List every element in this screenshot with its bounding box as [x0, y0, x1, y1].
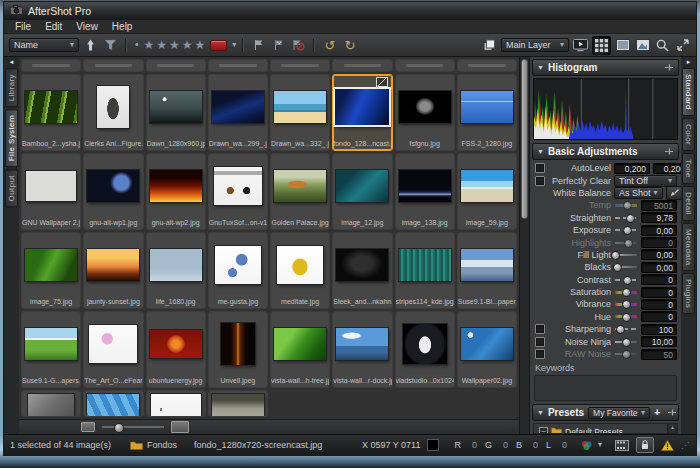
thumbnail-cell[interactable]: [83, 59, 143, 72]
tool-tab-metadata[interactable]: Metadata: [682, 223, 695, 272]
tool-tab-color[interactable]: Color: [682, 118, 695, 151]
thumbnail-image[interactable]: [403, 324, 447, 364]
thumbnail-cell[interactable]: Clerks Ani...Figure.jpg: [83, 74, 143, 151]
thumbnail-cell[interactable]: me-gusta.jpg: [208, 232, 268, 309]
rating-star-icon[interactable]: ★: [169, 39, 182, 51]
thumbnail-image[interactable]: [461, 249, 513, 281]
slider-knob[interactable]: [622, 288, 631, 297]
vibrance-value[interactable]: 0: [641, 299, 677, 310]
hue-value[interactable]: 0: [641, 311, 677, 322]
thumbnail-image[interactable]: [336, 328, 388, 360]
thumbnail-cell[interactable]: ubuntuenergy.jpg: [146, 311, 206, 388]
collapse-caret-icon[interactable]: ▼: [537, 409, 544, 416]
thumbnail-image[interactable]: [212, 394, 264, 417]
perfectly-clear-checkbox[interactable]: [535, 176, 545, 186]
add-preset-button[interactable]: +: [654, 407, 660, 418]
thumbnail-image[interactable]: [89, 325, 137, 363]
tool-tab-standard[interactable]: Standard: [682, 68, 695, 116]
rating-star-icon[interactable]: ★: [182, 39, 195, 51]
thumbnail-view-button[interactable]: [592, 36, 611, 55]
exposure-value[interactable]: 0,00: [641, 225, 677, 236]
thumbnail-cell[interactable]: [146, 59, 206, 72]
straighten-value[interactable]: 9,78: [641, 212, 677, 223]
menu-edit[interactable]: Edit: [38, 21, 69, 32]
lock-button[interactable]: [636, 437, 654, 453]
slider-knob[interactable]: [613, 263, 622, 272]
white-balance-dropdown[interactable]: As Shot▾: [614, 187, 663, 199]
sort-ascending-button[interactable]: [82, 37, 99, 54]
panel-tab-file-system[interactable]: File System: [5, 109, 18, 167]
proof-button[interactable]: [615, 440, 629, 451]
thumbnail-image[interactable]: [26, 171, 76, 201]
menu-view[interactable]: View: [69, 21, 105, 32]
sharpening-slider[interactable]: [614, 324, 638, 334]
pin-icon[interactable]: [664, 63, 674, 72]
fill-light-value[interactable]: 0,00: [641, 249, 677, 260]
slider-knob[interactable]: [622, 350, 631, 359]
thumbnail-image[interactable]: [87, 394, 139, 417]
thumbnail-image[interactable]: [25, 328, 77, 360]
thumbnail-cell[interactable]: vista-wall...h-tree.jpg: [270, 311, 330, 388]
thumbnail-image[interactable]: [221, 323, 255, 365]
thumbnail-image[interactable]: [461, 91, 513, 123]
tool-tab-detail[interactable]: Detail: [682, 186, 695, 221]
pin-icon[interactable]: [667, 408, 677, 417]
rating-star-icon[interactable]: ★: [156, 39, 169, 51]
thumbnail-cell[interactable]: fsfgnu.jpg: [395, 74, 455, 151]
thumbnail-cell[interactable]: jaunty-sunset.jpg: [83, 232, 143, 309]
thumbnail-cell[interactable]: image_12.jpg: [332, 153, 392, 230]
raw-noise-checkbox[interactable]: [535, 349, 545, 359]
sort-dropdown[interactable]: Name▾: [9, 38, 79, 52]
thumbnail-image[interactable]: [151, 394, 201, 417]
fullscreen-button[interactable]: [674, 37, 691, 54]
slider-knob[interactable]: [616, 325, 625, 334]
sharpening-value[interactable]: 100: [641, 324, 677, 335]
panel-tab-library[interactable]: Library: [5, 68, 18, 107]
slider-knob[interactable]: [626, 214, 635, 223]
tool-tab-plugins[interactable]: Plugins: [682, 273, 695, 314]
basic-adjustments-header[interactable]: ▼ Basic Adjustments: [532, 143, 679, 160]
rating-star-icon[interactable]: ★: [195, 39, 208, 51]
fill-light-slider[interactable]: [614, 250, 638, 260]
autolevel-value-1[interactable]: 0,200: [614, 163, 650, 174]
thumbnail-image[interactable]: [150, 249, 202, 281]
current-folder[interactable]: Fondos: [130, 440, 177, 450]
thumbnail-cell[interactable]: Bamboo_2...ysha.jpg: [21, 74, 81, 151]
preset-default-presets[interactable]: –Default Presets: [534, 426, 668, 434]
slider-knob[interactable]: [623, 276, 632, 285]
slider-knob[interactable]: [622, 338, 631, 347]
thumbnail-image[interactable]: [150, 91, 202, 123]
thumbnail-cell[interactable]: Unveil.jpeg: [208, 311, 268, 388]
thumbnail-cell[interactable]: [270, 59, 330, 72]
thumbnail-image[interactable]: [274, 170, 326, 202]
rotate-left-button[interactable]: ↺: [321, 37, 338, 54]
perfectly-clear-dropdown[interactable]: Tint Off▾: [614, 175, 677, 187]
slider-knob[interactable]: [623, 201, 632, 210]
resize-grip[interactable]: ⋰: [681, 441, 690, 450]
thumbnail-cell[interactable]: stripes114_kde.jpg: [395, 232, 455, 309]
thumbnail-image[interactable]: [274, 328, 326, 360]
presets-scrollbar[interactable]: ▲▼: [667, 424, 677, 433]
thumbnail-cell[interactable]: meditate.jpg: [270, 232, 330, 309]
slider-knob[interactable]: [622, 300, 631, 309]
collapse-arrow-icon[interactable]: ◂: [10, 58, 14, 66]
thumbnail-cell[interactable]: [395, 59, 455, 72]
thumbnail-image[interactable]: [461, 328, 513, 360]
thumbnail-image[interactable]: [336, 170, 388, 202]
rating-star-icon[interactable]: ★: [144, 39, 157, 51]
single-view-button[interactable]: [614, 37, 631, 54]
color-label-button[interactable]: ▾: [210, 37, 236, 54]
thumbnail-image[interactable]: [25, 91, 77, 123]
thumbnail-cell[interactable]: gnu-alt-wp2.jpg: [146, 153, 206, 230]
thumbnail-cell[interactable]: Golden Palace.jpg: [270, 153, 330, 230]
scroll-up-icon[interactable]: ▲: [670, 425, 675, 430]
thumbnail-cell[interactable]: Wallpaper02.jpg: [457, 311, 517, 388]
temp-slider[interactable]: [614, 200, 638, 210]
exposure-slider[interactable]: [614, 225, 638, 235]
slider-knob[interactable]: [622, 313, 631, 322]
hue-slider[interactable]: [614, 312, 638, 322]
browser-scrollbar[interactable]: [519, 57, 529, 434]
layer-dropdown[interactable]: Main Layer▾: [501, 38, 569, 52]
slider-knob[interactable]: [623, 226, 632, 235]
thumbnail-cell[interactable]: GNU Wallpaper 2.jpg: [21, 153, 81, 230]
